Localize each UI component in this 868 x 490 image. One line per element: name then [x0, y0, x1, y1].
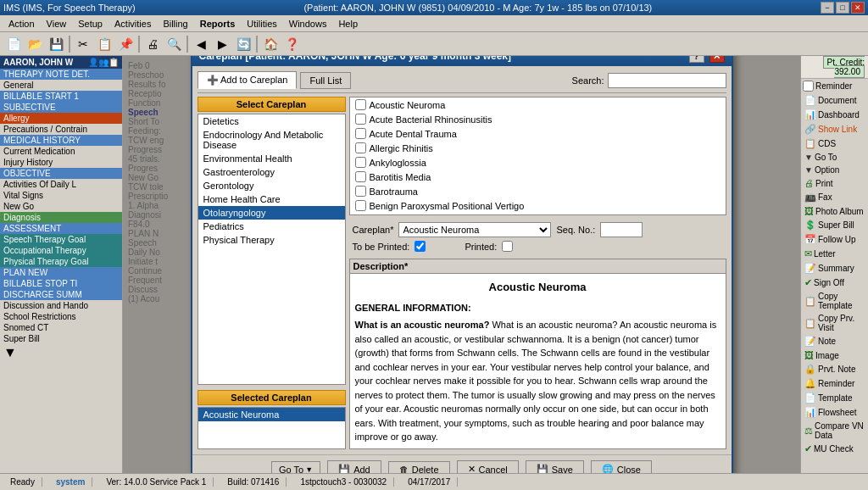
sidebar-item-diagnosis[interactable]: Diagnosis	[0, 212, 122, 223]
right-panel-copy-template[interactable]: 📋 Copy Template	[801, 290, 868, 312]
checkbox-allergic-rhinitis[interactable]	[355, 142, 366, 153]
check-acoustic-neuroma[interactable]: Acoustic Neuroma	[350, 97, 726, 112]
sidebar-item-general[interactable]: General	[0, 80, 122, 91]
sidebar-item-snomed[interactable]: Snomed CT	[0, 322, 122, 333]
toolbar-forward[interactable]: ▶	[212, 35, 232, 53]
add-button[interactable]: 💾 Add	[327, 460, 381, 473]
right-panel-super-bill[interactable]: 💲 Super Bill	[801, 218, 868, 232]
toolbar-search[interactable]: 🔍	[164, 35, 184, 53]
save-button[interactable]: 💾 Save	[526, 460, 584, 473]
checkbox-cerumen[interactable]	[355, 214, 366, 215]
check-acute-dental[interactable]: Acute Dental Trauma	[350, 126, 726, 141]
sidebar-item-medical-history[interactable]: MEDICAL HISTORY	[0, 135, 122, 146]
checkbox-acute-bacterial[interactable]	[355, 114, 366, 125]
minimize-button[interactable]: −	[821, 2, 834, 14]
maximize-button[interactable]: □	[836, 2, 849, 14]
sidebar-item-super-bill[interactable]: Super Bill	[0, 333, 122, 344]
goto-button[interactable]: Go To ▼	[271, 461, 320, 474]
right-panel-cds[interactable]: 📋 CDS	[801, 136, 868, 151]
right-panel-template[interactable]: 📄 Template	[801, 391, 868, 405]
category-environmental[interactable]: Environmental Health	[198, 152, 345, 165]
sidebar-item-physical-therapy[interactable]: Physical Therapy Goal	[0, 256, 122, 267]
checkbox-benign[interactable]	[355, 200, 366, 211]
checkbox-barotrauma[interactable]	[355, 186, 366, 197]
toolbar-home[interactable]: 🏠	[260, 35, 281, 53]
sidebar-item-current-medication[interactable]: Current Medication	[0, 146, 122, 157]
toolbar-copy[interactable]: 📋	[94, 35, 114, 53]
toolbar-open[interactable]: 📂	[25, 35, 45, 53]
reminder-checkbox[interactable]	[803, 81, 814, 92]
toolbar-save[interactable]: 💾	[46, 35, 66, 53]
sidebar-item-allergy[interactable]: Allergy	[0, 113, 122, 124]
menu-utilities[interactable]: Utilities	[242, 17, 281, 31]
sidebar-item-subjective[interactable]: SUBJECTIVE	[0, 102, 122, 113]
right-panel-image[interactable]: 🖼 Image	[801, 348, 868, 362]
right-panel-show-link[interactable]: 🔗 Show Link	[801, 122, 868, 136]
toolbar-refresh[interactable]: 🔄	[233, 35, 253, 53]
right-panel-letter[interactable]: ✉ Letter	[801, 247, 868, 261]
check-barotrauma[interactable]: Barotrauma	[350, 184, 726, 198]
sidebar-item-plan-new[interactable]: PLAN NEW	[0, 267, 122, 278]
right-panel-summary[interactable]: 📝 Summary	[801, 261, 868, 276]
check-acute-bacterial[interactable]: Acute Bacterial Rhinosinusitis	[350, 112, 726, 126]
checkbox-acute-dental[interactable]	[355, 128, 366, 139]
toolbar-back[interactable]: ◀	[191, 35, 211, 53]
right-panel-dashboard[interactable]: 📊 Dashboard	[801, 108, 868, 122]
right-panel-goto[interactable]: ▼ Go To	[801, 151, 868, 164]
right-panel-option[interactable]: ▼ Option	[801, 164, 868, 176]
right-panel-flowsheet[interactable]: 📊 Flowsheet	[801, 405, 868, 420]
right-panel-document[interactable]: 📄 Document	[801, 93, 868, 108]
sidebar-item-therapy-note[interactable]: THERAPY NOTE DET.	[0, 69, 122, 80]
category-physical-therapy[interactable]: Physical Therapy	[198, 233, 345, 247]
checkbox-ankyloglossia[interactable]	[355, 157, 366, 168]
check-benign[interactable]: Benign Paroxysmal Positional Vertigo	[350, 198, 726, 213]
menu-help[interactable]: Help	[333, 17, 363, 31]
right-panel-mu-check[interactable]: ✔ MU Check	[801, 442, 868, 456]
menu-reports[interactable]: Reports	[195, 17, 241, 31]
right-panel-fax[interactable]: 📠 Fax	[801, 190, 868, 204]
sidebar-item-objective[interactable]: OBJECTIVE	[0, 168, 122, 179]
dialog-help-button[interactable]: ?	[689, 56, 704, 63]
category-endocrinology[interactable]: Endocrinology And Metabolic Disease	[198, 128, 345, 152]
checkbox-barotitis[interactable]	[355, 171, 366, 182]
cancel-button[interactable]: ✕ Cancel	[457, 460, 519, 473]
sidebar-item-billable-stop[interactable]: BILLABLE STOP TI	[0, 278, 122, 289]
sidebar-item-vital-signs[interactable]: Vital Signs	[0, 190, 122, 201]
close-dialog-button[interactable]: 🌐 Close	[591, 460, 652, 473]
sidebar-item-school[interactable]: School Restrictions	[0, 311, 122, 322]
menu-activities[interactable]: Activities	[109, 17, 156, 31]
sidebar-item-assessment[interactable]: ASSESSMENT	[0, 223, 122, 234]
sidebar-scroll-down[interactable]: ▼	[3, 345, 17, 360]
category-home-health[interactable]: Home Health Care	[198, 192, 345, 206]
right-panel-compare[interactable]: ⚖ Compare VN Data	[801, 420, 868, 442]
seq-no-input[interactable]	[600, 222, 643, 237]
right-panel-photo-album[interactable]: 🖼 Photo Album	[801, 204, 868, 218]
right-panel-copy-prv[interactable]: 📋 Copy Prv. Visit	[801, 312, 868, 334]
check-cerumen[interactable]: Cerumen Impaction	[350, 213, 726, 215]
right-panel-reminder[interactable]: 🔔 Reminder	[801, 376, 868, 391]
sidebar-item-occupational[interactable]: Occupational Therapy	[0, 245, 122, 256]
menu-setup[interactable]: Setup	[73, 17, 108, 31]
sidebar-item-billable-start[interactable]: BILLABLE START 1	[0, 91, 122, 102]
sidebar-item-injury-history[interactable]: Injury History	[0, 157, 122, 168]
to-be-printed-checkbox[interactable]	[415, 241, 426, 252]
menu-action[interactable]: Action	[3, 17, 40, 31]
selected-item-acoustic[interactable]: Acoustic Neuroma	[198, 408, 345, 421]
tab-full-list[interactable]: Full List	[300, 72, 351, 89]
delete-button[interactable]: 🗑 Delete	[388, 461, 450, 474]
category-gastroenterology[interactable]: Gastroenterology	[198, 165, 345, 179]
careplan-select[interactable]: Acoustic Neuroma	[398, 222, 551, 237]
toolbar-cut[interactable]: ✂	[73, 35, 93, 53]
tab-add-to-careplan[interactable]: ➕ Add to Careplan	[198, 71, 298, 89]
menu-view[interactable]: View	[42, 17, 72, 31]
sidebar-item-precautions[interactable]: Precautions / Contrain	[0, 124, 122, 135]
category-otolaryngology[interactable]: Otolaryngology	[198, 206, 345, 220]
sidebar-item-new-go[interactable]: New Go	[0, 201, 122, 212]
toolbar-paste[interactable]: 📌	[115, 35, 136, 53]
dialog-close-button[interactable]: ✕	[709, 56, 725, 63]
right-panel-note[interactable]: 📝 Note	[801, 334, 868, 348]
close-button[interactable]: ✕	[851, 2, 865, 14]
category-gerontology[interactable]: Gerontology	[198, 179, 345, 192]
check-ankyloglossia[interactable]: Ankyloglossia	[350, 155, 726, 170]
check-barotitis[interactable]: Barotitis Media	[350, 170, 726, 184]
